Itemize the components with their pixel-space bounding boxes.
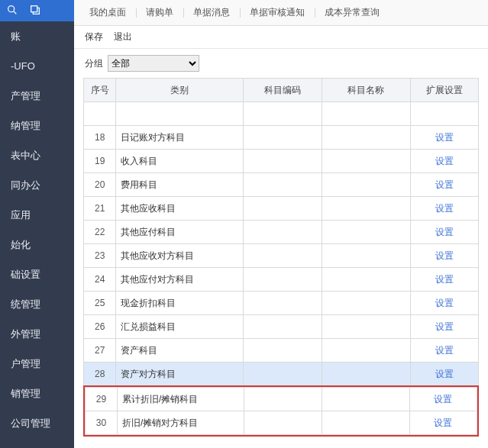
- search-icon[interactable]: [6, 4, 18, 18]
- table-row[interactable]: 25现金折扣科目设置: [84, 292, 479, 315]
- setting-link[interactable]: 设置: [435, 250, 454, 261]
- col-category: 类别: [116, 79, 244, 102]
- table-row[interactable]: 29累计折旧/摊销科目设置: [86, 388, 477, 411]
- svg-rect-2: [31, 5, 37, 11]
- cell-setting: 设置: [410, 363, 478, 386]
- tab[interactable]: 请购单: [138, 6, 181, 19]
- table-row[interactable]: 20费用科目设置: [84, 173, 479, 197]
- sidebar-top: [0, 0, 74, 21]
- cell-category: 累计折旧/摊销科目: [118, 388, 244, 411]
- group-select[interactable]: 全部: [108, 55, 199, 72]
- cell-category: 日记账对方科目: [116, 126, 244, 150]
- cell-idx: 25: [84, 292, 116, 315]
- setting-link[interactable]: 设置: [435, 274, 454, 285]
- cell-idx: 24: [84, 268, 116, 292]
- setting-link[interactable]: 设置: [435, 321, 454, 332]
- tab[interactable]: 单据审核通知: [242, 6, 312, 19]
- subject-table: 序号 类别 科目编码 科目名称 扩展设置 18日记账对方科目设置19收入科目设置…: [83, 78, 479, 386]
- table-row[interactable]: 22其他应付科目设置: [84, 221, 479, 244]
- cell-code: [244, 126, 322, 150]
- cell-name: [322, 173, 410, 197]
- cell-idx: 27: [84, 339, 116, 363]
- col-idx: 序号: [84, 79, 116, 102]
- setting-link[interactable]: 设置: [435, 156, 454, 166]
- cell-category: 汇兑损益科目: [116, 315, 244, 339]
- sidebar-item[interactable]: 产管理: [0, 81, 74, 111]
- sidebar-item[interactable]: 同办公: [0, 170, 74, 200]
- cell-name: [322, 363, 410, 386]
- cell-idx: 29: [86, 388, 118, 411]
- cell-category: 其他应付科目: [116, 221, 244, 244]
- col-ext: 扩展设置: [410, 79, 478, 102]
- table-row[interactable]: 24其他应付对方科目设置: [84, 268, 479, 292]
- save-button[interactable]: 保存: [85, 31, 103, 44]
- sidebar-item[interactable]: -UFO: [0, 51, 74, 81]
- table-row[interactable]: 30折旧/摊销对方科目设置: [86, 411, 477, 435]
- table-row[interactable]: 28资产对方科目设置: [84, 363, 479, 386]
- cell-setting: 设置: [410, 268, 478, 292]
- cell-setting: 设置: [410, 339, 478, 363]
- cell-code: [244, 102, 322, 126]
- setting-link[interactable]: 设置: [435, 203, 454, 214]
- setting-link[interactable]: 设置: [435, 298, 454, 308]
- toolbar: 保存 退出: [74, 26, 488, 49]
- cell-name: [322, 244, 410, 268]
- cell-setting: 设置: [410, 126, 478, 150]
- cell-code: [244, 339, 322, 363]
- sidebar-item[interactable]: 纳管理: [0, 111, 74, 140]
- cell-idx: 18: [84, 126, 116, 150]
- sidebar-item[interactable]: 账: [0, 21, 74, 51]
- cell-name: [322, 315, 410, 339]
- cell-category: 资产科目: [116, 339, 244, 363]
- table-row[interactable]: 26汇兑损益科目设置: [84, 315, 479, 339]
- sidebar: 账-UFO产管理纳管理表中心同办公应用始化础设置统管理外管理户管理销管理公司管理: [0, 0, 74, 448]
- sidebar-item[interactable]: 统管理: [0, 289, 74, 319]
- cell-name: [322, 150, 410, 173]
- cell-name: [322, 268, 410, 292]
- table-row[interactable]: 19收入科目设置: [84, 150, 479, 173]
- tab[interactable]: 我的桌面: [82, 6, 134, 19]
- setting-link[interactable]: 设置: [434, 394, 452, 404]
- cell-idx: 28: [84, 363, 116, 386]
- tab[interactable]: 单据消息: [186, 6, 238, 19]
- setting-link[interactable]: 设置: [435, 227, 454, 237]
- filter-bar: 分组 全部: [74, 49, 488, 78]
- table-row[interactable]: [84, 102, 479, 126]
- setting-link[interactable]: 设置: [435, 345, 454, 356]
- cell-idx: [84, 102, 116, 126]
- sidebar-item[interactable]: 表中心: [0, 140, 74, 170]
- cell-idx: 21: [84, 197, 116, 221]
- cell-category: 费用科目: [116, 173, 244, 197]
- sidebar-item[interactable]: 外管理: [0, 319, 74, 349]
- sidebar-item[interactable]: 始化: [0, 230, 74, 259]
- setting-link[interactable]: 设置: [435, 179, 454, 190]
- exit-button[interactable]: 退出: [114, 31, 132, 44]
- table-row[interactable]: 27资产科目设置: [84, 339, 479, 363]
- cell-idx: 26: [84, 315, 116, 339]
- cell-idx: 23: [84, 244, 116, 268]
- cell-code: [244, 150, 322, 173]
- cell-setting: 设置: [410, 244, 478, 268]
- setting-link[interactable]: 设置: [435, 132, 454, 143]
- setting-link[interactable]: 设置: [435, 369, 454, 379]
- sidebar-item[interactable]: 销管理: [0, 379, 74, 408]
- cell-category: 其他应收科目: [116, 197, 244, 221]
- table-row[interactable]: 23其他应收对方科目设置: [84, 244, 479, 268]
- cell-category: 其他应收对方科目: [116, 244, 244, 268]
- col-code: 科目编码: [244, 79, 322, 102]
- sidebar-item[interactable]: 户管理: [0, 349, 74, 379]
- cell-code: [244, 315, 322, 339]
- tab[interactable]: 成本异常查询: [317, 6, 387, 19]
- main: 我的桌面请购单单据消息单据审核通知成本异常查询 保存 退出 分组 全部 序号 类…: [74, 0, 488, 448]
- table-row[interactable]: 18日记账对方科目设置: [84, 126, 479, 150]
- sidebar-item[interactable]: 公司管理: [0, 408, 74, 438]
- cell-category: 现金折扣科目: [116, 292, 244, 315]
- table-row[interactable]: 21其他应收科目设置: [84, 197, 479, 221]
- share-icon[interactable]: [29, 4, 41, 18]
- col-name: 科目名称: [322, 79, 410, 102]
- cell-idx: 20: [84, 173, 116, 197]
- sidebar-item[interactable]: 应用: [0, 200, 74, 230]
- cell-setting: 设置: [410, 197, 478, 221]
- setting-link[interactable]: 设置: [434, 417, 452, 428]
- sidebar-item[interactable]: 础设置: [0, 259, 74, 289]
